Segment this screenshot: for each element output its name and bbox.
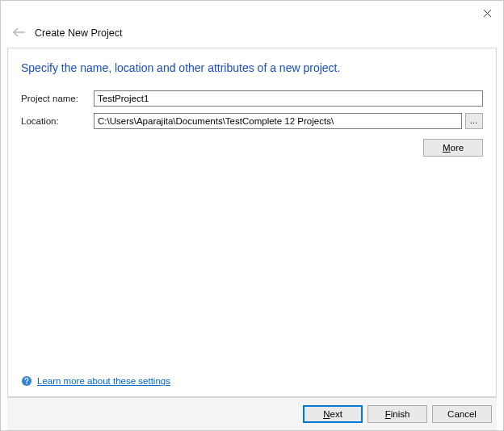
- finish-button[interactable]: Finish: [368, 405, 427, 423]
- back-arrow-icon[interactable]: [12, 27, 27, 41]
- help-row: Learn more about these settings: [21, 375, 170, 387]
- help-icon: [21, 375, 32, 387]
- button-bar: Next Finish Cancel: [7, 397, 497, 430]
- svg-point-4: [26, 383, 27, 385]
- more-button[interactable]: More: [423, 139, 483, 157]
- next-button[interactable]: Next: [303, 405, 363, 423]
- content-panel: Specify the name, location and other att…: [7, 48, 497, 397]
- project-name-input[interactable]: [94, 90, 483, 107]
- more-button-rest: ore: [450, 143, 464, 153]
- location-label: Location:: [21, 116, 94, 126]
- dialog-title: Create New Project: [35, 27, 122, 39]
- help-link[interactable]: Learn more about these settings: [37, 376, 170, 386]
- browse-button[interactable]: …: [465, 113, 483, 129]
- header-row: Create New Project: [1, 25, 503, 48]
- project-name-row: Project name:: [21, 90, 483, 107]
- location-row: Location: …: [21, 113, 483, 129]
- dialog-window: Create New Project Specify the name, loc…: [0, 0, 504, 431]
- close-icon[interactable]: [476, 5, 498, 21]
- more-row: More: [21, 139, 483, 157]
- titlebar: [1, 1, 503, 25]
- location-input[interactable]: [94, 113, 462, 129]
- project-name-label: Project name:: [21, 94, 94, 103]
- cancel-button[interactable]: Cancel: [432, 405, 492, 423]
- instruction-text: Specify the name, location and other att…: [21, 61, 483, 74]
